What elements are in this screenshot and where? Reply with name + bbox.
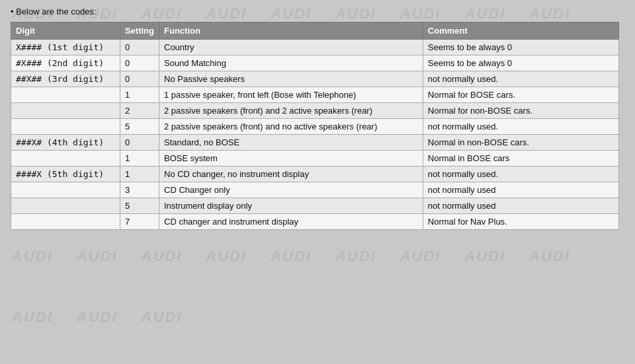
cell-function: 1 passive speaker, front left (Bose with…	[159, 87, 423, 103]
cell-digit	[11, 119, 120, 135]
cell-digit	[11, 182, 120, 198]
cell-function: Country	[159, 40, 423, 55]
table-row: ##X## (3rd digit)0No Passive speakersnot…	[11, 71, 619, 87]
table-row: X#### (1st digit)0CountrySeems to be alw…	[11, 40, 619, 55]
table-row: #X### (2nd digit)0Sound MatchingSeems to…	[11, 55, 619, 71]
cell-comment: not normally used	[423, 182, 618, 198]
header-comment: Comment	[423, 22, 618, 40]
cell-setting: 1	[120, 166, 159, 182]
table-header-row: Digit Setting Function Comment	[11, 22, 619, 40]
cell-setting: 7	[120, 214, 159, 230]
table-row: 3CD Changer onlynot normally used	[11, 182, 619, 198]
cell-function: Sound Matching	[159, 55, 423, 71]
cell-digit	[11, 198, 120, 214]
cell-digit: X#### (1st digit)	[11, 40, 120, 55]
header-function: Function	[159, 22, 423, 40]
cell-setting: 0	[120, 71, 159, 87]
cell-digit	[11, 151, 120, 166]
cell-function: CD Changer only	[159, 182, 423, 198]
table-row: ####X (5th digit)1No CD changer, no inst…	[11, 166, 619, 182]
cell-comment: Normal for BOSE cars.	[423, 87, 618, 103]
cell-function: Standard, no BOSE	[159, 135, 423, 151]
cell-function: BOSE system	[159, 151, 423, 166]
cell-comment: Normal in BOSE cars	[423, 151, 618, 166]
cell-digit	[11, 87, 120, 103]
cell-setting: 3	[120, 182, 159, 198]
cell-comment: Normal in non-BOSE cars.	[423, 135, 618, 151]
cell-function: No Passive speakers	[159, 71, 423, 87]
cell-setting: 1	[120, 151, 159, 166]
table-row: 5Instrument display onlynot normally use…	[11, 198, 619, 214]
cell-setting: 0	[120, 40, 159, 55]
cell-comment: not normally used.	[423, 71, 618, 87]
cell-comment: not normally used.	[423, 119, 618, 135]
cell-digit: ####X (5th digit)	[11, 166, 120, 182]
cell-digit	[11, 103, 120, 119]
table-row: 22 passive speakers (front) and 2 active…	[11, 103, 619, 119]
cell-digit: #X### (2nd digit)	[11, 55, 120, 71]
table-row: 1BOSE systemNormal in BOSE cars	[11, 151, 619, 166]
cell-setting: 5	[120, 119, 159, 135]
cell-setting: 5	[120, 198, 159, 214]
cell-setting: 0	[120, 135, 159, 151]
table-row: ###X# (4th digit)0Standard, no BOSENorma…	[11, 135, 619, 151]
cell-function: 2 passive speakers (front) and no active…	[159, 119, 423, 135]
cell-function: CD changer and instrument display	[159, 214, 423, 230]
header-setting: Setting	[120, 22, 159, 40]
table-row: 52 passive speakers (front) and no activ…	[11, 119, 619, 135]
intro-text: Below are the codes:	[11, 7, 624, 17]
cell-comment: Seems to be always 0	[423, 55, 618, 71]
cell-comment: Seems to be always 0	[423, 40, 618, 55]
cell-digit: ###X# (4th digit)	[11, 135, 120, 151]
cell-function: Instrument display only	[159, 198, 423, 214]
cell-comment: not normally used.	[423, 166, 618, 182]
header-digit: Digit	[11, 22, 120, 40]
cell-comment: Normal for non-BOSE cars.	[423, 103, 618, 119]
cell-function: No CD changer, no instrument display	[159, 166, 423, 182]
cell-setting: 0	[120, 55, 159, 71]
page-content: Below are the codes: Digit Setting Funct…	[0, 0, 635, 237]
cell-comment: not normally used	[423, 198, 618, 214]
cell-digit: ##X## (3rd digit)	[11, 71, 120, 87]
cell-function: 2 passive speakers (front) and 2 active …	[159, 103, 423, 119]
cell-digit	[11, 214, 120, 230]
cell-setting: 2	[120, 103, 159, 119]
cell-comment: Normal for Nav Plus.	[423, 214, 618, 230]
table-row: 7CD changer and instrument displayNormal…	[11, 214, 619, 230]
codes-table: Digit Setting Function Comment X#### (1s…	[11, 22, 619, 230]
table-row: 11 passive speaker, front left (Bose wit…	[11, 87, 619, 103]
cell-setting: 1	[120, 87, 159, 103]
